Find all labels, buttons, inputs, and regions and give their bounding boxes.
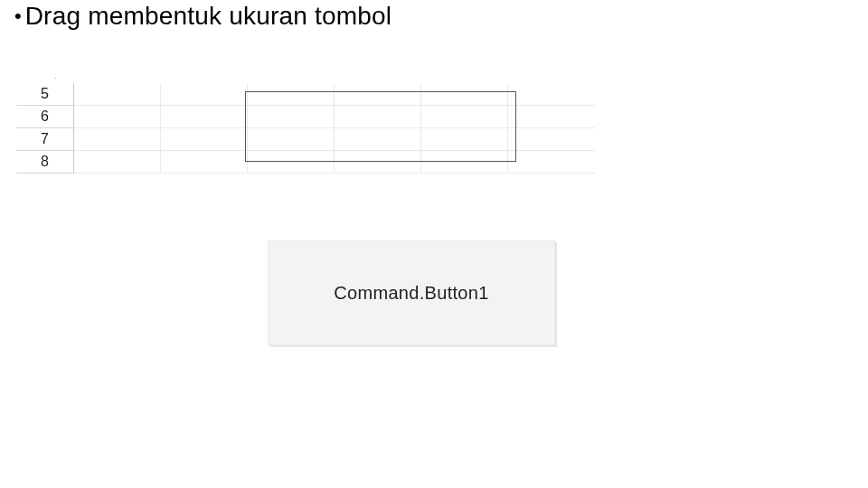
grid-cell	[508, 83, 595, 106]
row-header: 6	[16, 106, 74, 128]
grid-cell	[161, 106, 248, 128]
command-button-label: Command.Button1	[334, 283, 488, 304]
grid-cell	[74, 106, 161, 128]
bullet-text: Drag membentuk ukuran tombol	[25, 2, 392, 31]
grid-cell	[161, 128, 248, 151]
spreadsheet-grid: . 5 6 7 8	[16, 70, 595, 190]
command-button[interactable]: Command.Button1	[268, 240, 555, 345]
row-header: 8	[16, 151, 74, 174]
grid-cell	[74, 83, 161, 106]
bullet-line: • Drag membentuk ukuran tombol	[14, 2, 392, 31]
small-mark: .	[54, 72, 56, 80]
row-header: 5	[16, 83, 74, 106]
grid-cell	[74, 151, 161, 174]
drag-rectangle[interactable]	[245, 91, 516, 162]
row-header-column: 5 6 7 8	[16, 83, 74, 174]
bullet-marker: •	[14, 6, 22, 26]
slide: • Drag membentuk ukuran tombol . 5 6 7 8	[0, 0, 868, 488]
grid-cell	[508, 151, 595, 174]
grid-cell	[508, 106, 595, 128]
row-header: 7	[16, 128, 74, 151]
grid-cell	[161, 83, 248, 106]
grid-cell	[161, 151, 248, 174]
grid-cell	[74, 128, 161, 151]
grid-cell	[508, 128, 595, 151]
